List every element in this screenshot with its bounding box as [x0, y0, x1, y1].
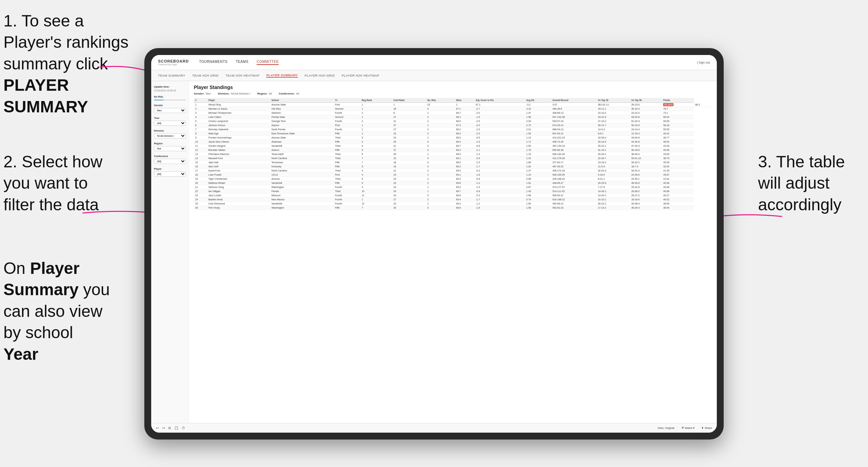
player-section: Player (All) — [154, 167, 186, 177]
col-reg-rank: Reg Rank — [360, 98, 392, 103]
sub-nav-team-h2h-heatmap[interactable]: TEAM H2H HEATMAP — [225, 74, 259, 77]
col-points: Points — [662, 98, 694, 103]
page-title: Player Standings — [194, 85, 712, 90]
filter-conference: Conference: All — [279, 92, 299, 95]
table-row: 10Jacob Skov OlesenArkansasFifth225068.4… — [194, 140, 712, 144]
col-vs-top-25: Vs Top 25 — [597, 98, 630, 103]
no-rds-slider[interactable] — [154, 100, 186, 100]
redo-btn[interactable]: ↪ — [162, 426, 165, 430]
tablet-screen: SCOREBOARD Powered by clippi TOURNAMENTS… — [151, 55, 717, 433]
col-no-rds: No. Rds. — [426, 98, 455, 103]
table-row: 24Bastien AmatNew MexicoFourth127269.4-1… — [194, 198, 712, 202]
year-select[interactable]: (All) — [154, 121, 186, 126]
watch-btn[interactable]: 👁 Watch ▾ — [681, 426, 695, 430]
table-row: 5Christo LamprechtGeorgia TechFourth2212… — [194, 119, 712, 123]
filter-gender: Gender: Men — [194, 92, 211, 95]
col-school: School — [270, 98, 334, 103]
filters-row: Gender: Men Division: NCAA Division I Re… — [194, 92, 712, 95]
tablet: SCOREBOARD Powered by clippi TOURNAMENTS… — [144, 48, 724, 440]
table-row: 3Michael ThorbjornsenStanfordFourth28168… — [194, 111, 712, 115]
sub-nav-team-summary[interactable]: TEAM SUMMARY — [158, 74, 185, 77]
sub-nav-player-h2h-grid[interactable]: PLAYER H2H GRID — [305, 74, 335, 77]
table-row: 13Phichaksn MaichonTexas A&MThird630169.… — [194, 152, 712, 156]
col-wins: Wins — [455, 98, 474, 103]
table-row: 23Jack LundinMissouriFourth1124068.6-2.3… — [194, 193, 712, 198]
table-row: 20Matthew RiedelVanderbiltFifth923269.8-… — [194, 181, 712, 185]
logo-powered: Powered by clippi — [158, 63, 189, 66]
col-adj-score: Adj. Score to Par — [475, 98, 525, 103]
nav-committee[interactable]: COMMITTEE — [257, 60, 279, 65]
bottom-toolbar: ↩ ↪ ⧉ 📋 ⏱ View: Original 👁 Watch ▾ ⬆ Sha… — [151, 423, 717, 433]
table-row: 18Luke PowellUCLAFirst424169.1-1.81.1350… — [194, 173, 712, 177]
logo-scoreboard: SCOREBOARD — [158, 59, 189, 63]
table-row: 16Alex GoffKentuckyFifth919068.3-1.71.92… — [194, 165, 712, 169]
table-body: 1Wenyi DingArizona StateFirst1115167.1-3… — [194, 103, 712, 210]
view-original[interactable]: View: Original — [657, 426, 674, 430]
table-row: 25Cole SherwoodVanderbiltFourth1223169.3… — [194, 202, 712, 206]
table-row: 26Petr HrubyWashingtonFifth725068.6-1.81… — [194, 206, 712, 210]
instruction-bottom: On Player Summary you can also view by s… — [3, 258, 110, 365]
col-conf-rank: Conf Rank — [392, 98, 426, 103]
paste-btn[interactable]: 📋 — [174, 426, 178, 430]
table-row: 6Jackson KoivunAuburnFirst127167.3-2.02.… — [194, 123, 712, 127]
sidebar: Update time: 27/03/2024 16:56:26 No Rds.… — [151, 81, 189, 423]
nav-sign-out[interactable]: | Sign out — [697, 61, 710, 64]
table-row: 12Brendan ValdesAuburnFifth537068.4-1.11… — [194, 148, 712, 152]
division-section: Division NCAA Division I — [154, 129, 186, 138]
table-row: 8Mats EgeEast Tennessee StateFifth124268… — [194, 132, 712, 136]
table-row: 22Ian GilliganFloridaThird1024168.7-0.81… — [194, 189, 712, 193]
standings-table: # Player School Yr Reg Rank Conf Rank No… — [194, 98, 712, 210]
table-row: 11Gordon SargentVanderbiltThird421068.7-… — [194, 144, 712, 148]
region-section: Region N/A — [154, 142, 186, 151]
sub-nav-player-h2h-heatmap[interactable]: PLAYER H2H HEATMAP — [342, 74, 379, 77]
table-row: 14Maxwell FordNorth CarolinaThird723069.… — [194, 156, 712, 160]
division-select[interactable]: NCAA Division I — [154, 133, 186, 138]
undo-btn[interactable]: ↩ — [156, 426, 159, 430]
table-row: 21Taehoon SongWashingtonFourth423169.3-1… — [194, 185, 712, 189]
table-row: 17David FordNorth CarolinaThird421069.0-… — [194, 169, 712, 173]
region-select[interactable]: N/A — [154, 146, 186, 151]
col-rank: # — [194, 98, 207, 103]
conference-section: Conference (All) — [154, 155, 186, 164]
nav-teams[interactable]: TEAMS — [236, 60, 248, 65]
table-row: 1Wenyi DingArizona StateFirst1115167.1-3… — [194, 103, 712, 107]
update-time-section: Update time: 27/03/2024 16:56:26 — [154, 85, 186, 92]
clock-btn[interactable]: ⏱ — [182, 426, 185, 430]
conference-select[interactable]: (All) — [154, 159, 186, 164]
col-vs-top-50: Vs Top 50 — [630, 98, 662, 103]
gender-select[interactable]: Men — [154, 108, 186, 113]
no-rds-section: No Rds. — [154, 95, 186, 100]
filter-region: Region: All — [257, 92, 272, 95]
nav-tournaments[interactable]: TOURNAMENTS — [199, 60, 227, 65]
sub-nav: TEAM SUMMARY TEAM H2H GRID TEAM H2H HEAT… — [151, 70, 717, 81]
table-row: 4Luke ClatonFlorida StateSecond127268.2-… — [194, 115, 712, 119]
player-select[interactable]: (All) — [154, 171, 186, 177]
col-yr: Yr — [334, 98, 360, 103]
table-row: 7Nicholas GabrelcikNorth FloridaFourth12… — [194, 127, 712, 132]
sub-nav-team-h2h-grid[interactable]: TEAM H2H GRID — [192, 74, 219, 77]
year-section: Year (All) — [154, 116, 186, 126]
table-row: 2Michael Le SassoOle MissSecond118067.1-… — [194, 107, 712, 111]
table-row: 9Preston SummerhaysArizona StateThird324… — [194, 136, 712, 140]
table-area: Player Standings Gender: Men Division: N… — [189, 81, 717, 423]
copy-btn[interactable]: ⧉ — [168, 426, 171, 430]
table-row: 19Tiger ChristensenArizonaThird523269.2-… — [194, 177, 712, 181]
filter-division: Division: NCAA Division I — [218, 92, 250, 95]
col-player: Player — [207, 98, 270, 103]
col-overall: Overall Record — [551, 98, 597, 103]
nav-bar: SCOREBOARD Powered by clippi TOURNAMENTS… — [151, 55, 717, 70]
logo: SCOREBOARD Powered by clippi — [158, 59, 189, 66]
sub-nav-player-summary[interactable]: PLAYER SUMMARY — [266, 74, 298, 78]
col-avg-sg: Avg SG — [525, 98, 551, 103]
arrow-3 — [713, 203, 789, 230]
table-header: # Player School Yr Reg Rank Conf Rank No… — [194, 98, 712, 103]
main-content: Update time: 27/03/2024 16:56:26 No Rds.… — [151, 81, 717, 423]
share-btn[interactable]: ⬆ Share — [701, 426, 712, 430]
nav-links: TOURNAMENTS TEAMS COMMITTEE — [199, 60, 697, 65]
gender-section: Gender Men — [154, 104, 186, 113]
table-row: 15Jake HallTennesseeFifth718068.5-1.51.6… — [194, 160, 712, 165]
